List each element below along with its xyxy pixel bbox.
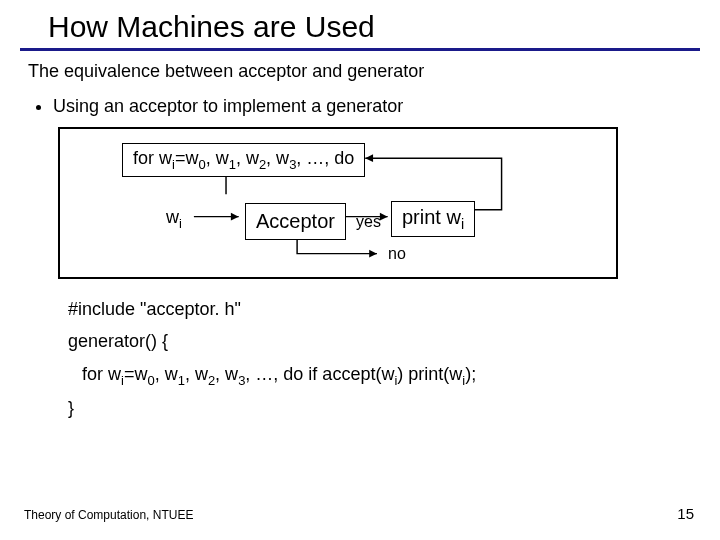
t: =w	[175, 148, 199, 168]
t: 0	[147, 372, 154, 387]
t: i	[461, 216, 464, 232]
t: );	[465, 364, 476, 384]
slide-title: How Machines are Used	[48, 10, 720, 44]
t: =w	[124, 364, 148, 384]
t: i	[179, 216, 182, 231]
bullet-row: Using an acceptor to implement a generat…	[36, 96, 692, 117]
print-box: print wi	[391, 201, 475, 237]
t: , …, do if accept(w	[245, 364, 394, 384]
yes-label: yes	[356, 213, 381, 231]
t: 0	[198, 157, 205, 172]
wi-label: wi	[166, 207, 182, 231]
t: , w	[266, 148, 289, 168]
code-line-1: #include "acceptor. h"	[68, 293, 692, 325]
t: , w	[236, 148, 259, 168]
no-label: no	[388, 245, 406, 263]
body-area: The equivalence between acceptor and gen…	[0, 51, 720, 424]
diagram-box: for wi=w0, w1, w2, w3, …, do wi Acceptor…	[58, 127, 618, 279]
t: , w	[155, 364, 178, 384]
svg-marker-4	[380, 213, 388, 221]
t: 1	[229, 157, 236, 172]
code-line-3: for wi=w0, w1, w2, w3, …, do if accept(w…	[68, 358, 692, 392]
t: , w	[206, 148, 229, 168]
code-line-2: generator() {	[68, 325, 692, 357]
t: ) print(w	[397, 364, 462, 384]
for-loop-box: for wi=w0, w1, w2, w3, …, do	[122, 143, 365, 177]
t: , …, do	[296, 148, 354, 168]
t: for w	[82, 364, 121, 384]
code-line-4: }	[68, 392, 692, 424]
slide: How Machines are Used The equivalence be…	[0, 0, 720, 540]
t: 1	[178, 372, 185, 387]
bullet-icon	[36, 105, 41, 110]
svg-marker-6	[369, 250, 377, 258]
t: w	[166, 207, 179, 227]
svg-marker-2	[231, 213, 239, 221]
title-area: How Machines are Used	[0, 0, 720, 44]
t: for w	[133, 148, 172, 168]
bullet-text: Using an acceptor to implement a generat…	[53, 96, 403, 117]
t: , w	[185, 364, 208, 384]
acceptor-box: Acceptor	[245, 203, 346, 240]
t: , w	[215, 364, 238, 384]
slide-number: 15	[677, 505, 694, 522]
code-block: #include "acceptor. h" generator() { for…	[68, 293, 692, 424]
subheading: The equivalence between acceptor and gen…	[28, 61, 692, 82]
svg-marker-5	[365, 154, 373, 162]
footer-left: Theory of Computation, NTUEE	[24, 508, 193, 522]
t: print w	[402, 206, 461, 228]
